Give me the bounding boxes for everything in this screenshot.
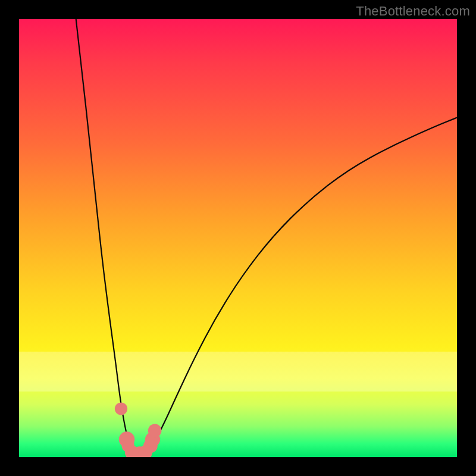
curve-left	[76, 19, 134, 453]
outer-frame: TheBottleneck.com	[0, 0, 476, 476]
plot-area	[19, 19, 457, 457]
marker-group	[115, 402, 162, 457]
data-marker	[115, 402, 127, 415]
watermark-text: TheBottleneck.com	[356, 4, 470, 19]
data-marker	[148, 424, 162, 438]
curve-svg	[19, 19, 457, 457]
curve-right	[146, 118, 457, 453]
